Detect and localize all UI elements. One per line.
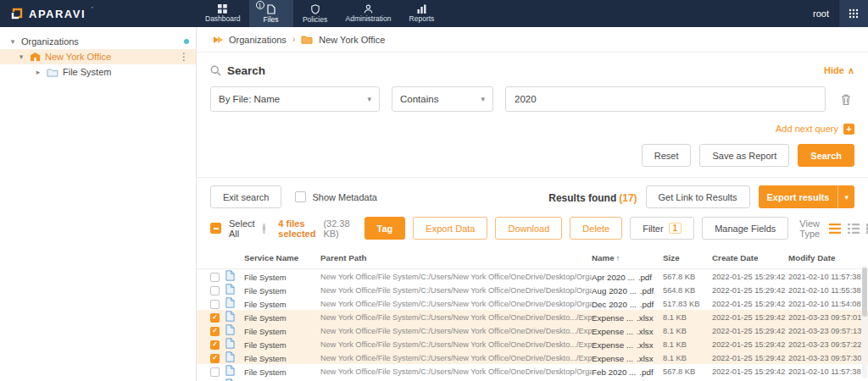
service-name-cell: File System — [244, 340, 320, 350]
breadcrumb-separator: › — [292, 35, 295, 44]
hide-search-link[interactable]: Hide ∧ — [824, 65, 854, 76]
nav-dashboard[interactable]: Dashboard — [197, 0, 249, 27]
table-row[interactable]: File System New York Office/File System/… — [197, 337, 868, 351]
file-system-label: File System — [63, 67, 111, 77]
sidebar: ▾ Organizations ▾ New York Office ⋮ ▸ Fi… — [0, 27, 197, 381]
nav-administration[interactable]: Administration — [337, 0, 400, 27]
col-parent-path[interactable]: Parent Path — [320, 253, 592, 262]
view-type-label: View Type — [799, 218, 820, 239]
row-checkbox[interactable] — [210, 354, 220, 363]
table-row[interactable]: File System New York Office/File System/… — [197, 269, 868, 283]
table-row[interactable]: File System New York Office/File System/… — [197, 296, 868, 310]
row-checkbox[interactable] — [210, 367, 220, 377]
col-size[interactable]: Size — [663, 253, 712, 262]
operator-select[interactable]: Contains ▾ — [392, 86, 493, 112]
nav-label: Policies — [303, 15, 327, 24]
download-button[interactable]: Download — [495, 217, 562, 240]
table-row[interactable]: File System New York Office/File System/… — [197, 323, 868, 337]
modify-date-cell: 2021-03-23 09:57:22 — [788, 340, 861, 349]
create-date-cell: 2022-01-25 15:29:42 — [712, 327, 788, 335]
info-icon[interactable]: i — [263, 224, 266, 234]
row-checkbox[interactable] — [210, 286, 220, 295]
row-checkbox[interactable] — [210, 300, 220, 309]
name-cell: Feb 2020 ....pdf — [592, 367, 663, 377]
filter-button[interactable]: Filter 1 — [630, 217, 694, 240]
sidebar-item-new-york-office[interactable]: ▾ New York Office ⋮ — [0, 49, 196, 64]
aparavi-logo-icon — [10, 7, 24, 20]
organization-icon — [30, 52, 41, 62]
sidebar-item-organizations[interactable]: ▾ Organizations — [0, 34, 196, 49]
breadcrumb-org-icon — [212, 35, 223, 45]
export-results-button[interactable]: Export results ▾ — [759, 185, 855, 208]
exit-search-button[interactable]: Exit search — [210, 185, 281, 208]
col-create-date[interactable]: Create Date — [712, 253, 788, 262]
service-name-cell: File System — [244, 286, 320, 295]
manage-fields-button[interactable]: Manage Fields — [702, 217, 788, 240]
nav-label: Reports — [409, 14, 435, 23]
files-icon — [267, 4, 275, 14]
table-header: Service Name Parent Path Name↑ Size Crea… — [197, 247, 868, 269]
view-table-icon[interactable] — [829, 224, 841, 234]
kebab-menu-icon[interactable]: ⋮ — [179, 52, 189, 62]
row-checkbox[interactable] — [210, 340, 220, 350]
breadcrumb-folder-icon — [301, 35, 313, 44]
size-cell: 517.83 KB — [663, 300, 712, 308]
chevron-down-icon[interactable]: ▾ — [17, 52, 25, 61]
add-next-query-link[interactable]: Add next query — [776, 124, 838, 134]
user-name[interactable]: root — [813, 8, 829, 19]
apps-grid-button[interactable] — [839, 0, 868, 27]
nav-label: Dashboard — [205, 14, 241, 23]
file-field-select[interactable]: By File: Name ▾ — [210, 86, 380, 112]
table-row[interactable]: File System New York Office/File System/… — [197, 283, 868, 296]
breadcrumb-current[interactable]: New York Office — [319, 35, 385, 45]
scrollbar-thumb[interactable] — [862, 268, 867, 317]
table-row[interactable]: File System New York Office/File System/… — [197, 364, 868, 378]
nav-reports[interactable]: Reports — [399, 0, 443, 27]
show-metadata-toggle[interactable]: Show Metadata — [295, 191, 376, 202]
col-modify-date[interactable]: Modify Date — [788, 253, 861, 262]
save-as-report-button[interactable]: Save as Report — [699, 144, 789, 167]
select-all-checkbox[interactable] — [210, 223, 221, 234]
parent-path-cell: New York Office/File System/C:/Users/New… — [320, 300, 592, 308]
size-cell: 567.8 KB — [663, 367, 712, 376]
modify-date-cell: 2021-02-10 11:54:08 — [788, 300, 861, 308]
chevron-down-icon[interactable]: ▾ — [837, 185, 854, 208]
tag-button[interactable]: Tag — [364, 217, 406, 240]
row-checkbox[interactable] — [210, 327, 220, 336]
row-checkbox[interactable] — [210, 313, 220, 323]
show-metadata-checkbox[interactable] — [295, 191, 306, 202]
row-checkbox[interactable] — [210, 273, 220, 282]
chevron-down-icon[interactable]: ▾ — [8, 37, 17, 46]
selected-size: (32.38 KB) — [323, 218, 349, 239]
size-cell: 8.1 KB — [663, 327, 712, 335]
table-scrollbar[interactable] — [862, 266, 867, 378]
file-icon — [225, 351, 235, 362]
nav-files[interactable]: 1 Files — [249, 0, 293, 27]
search-panel: Search Hide ∧ By File: Name ▾ Contains ▾ — [197, 52, 868, 167]
delete-query-button[interactable] — [837, 93, 854, 106]
chevron-right-icon[interactable]: ▸ — [34, 68, 42, 76]
table-row[interactable]: File System New York Office/File System/… — [197, 351, 868, 364]
parent-path-cell: New York Office/File System/C:/Users/New… — [320, 340, 592, 349]
nav-policies[interactable]: Policies — [293, 0, 337, 27]
administration-icon — [364, 4, 373, 14]
sidebar-item-file-system[interactable]: ▸ File System — [0, 64, 196, 80]
col-service-name[interactable]: Service Name — [244, 253, 320, 262]
view-list-icon[interactable] — [848, 224, 860, 234]
col-name[interactable]: Name↑ — [592, 253, 663, 262]
add-query-plus-icon[interactable]: + — [843, 124, 854, 135]
name-cell: Expense ....xlsx — [592, 313, 663, 323]
parent-path-cell: New York Office/File System/C:/Users/New… — [320, 273, 592, 281]
table-row[interactable]: File System New York Office/File System/… — [197, 310, 868, 323]
modify-date-cell: 2021-02-10 11:55:38 — [788, 286, 861, 295]
delete-button[interactable]: Delete — [570, 217, 622, 240]
service-name-cell: File System — [244, 367, 320, 377]
table-row[interactable]: File System New York Office/File System/… — [197, 378, 868, 381]
query-value-input[interactable] — [505, 86, 826, 112]
search-button[interactable]: Search — [798, 144, 854, 167]
reset-button[interactable]: Reset — [642, 144, 692, 167]
export-data-button[interactable]: Export Data — [413, 217, 487, 240]
get-link-button[interactable]: Get Link to Results — [646, 185, 750, 208]
breadcrumb-root[interactable]: Organizations — [229, 35, 287, 45]
create-date-cell: 2022-01-25 15:29:42 — [712, 300, 788, 308]
